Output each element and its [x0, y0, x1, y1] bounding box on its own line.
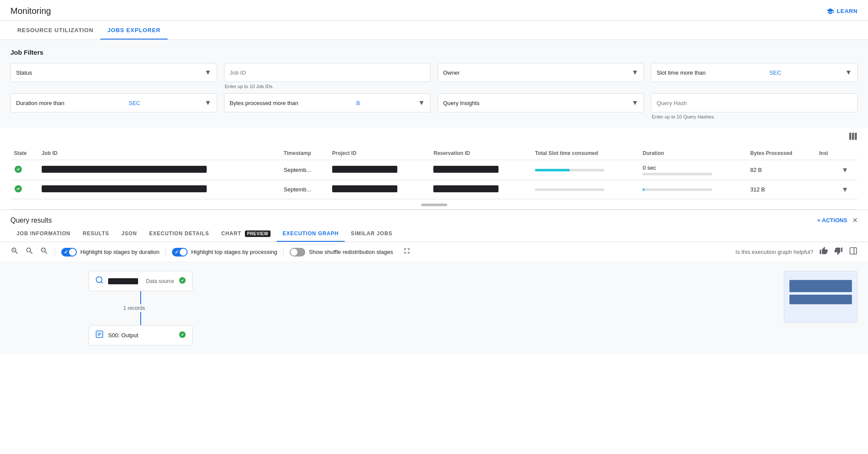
highlight-duration-label: Highlight top stages by duration: [80, 249, 159, 255]
result-tabs: JOB INFORMATION RESULTS JSON EXECUTION D…: [0, 225, 868, 242]
datasource-check-icon: [178, 276, 186, 286]
exec-toolbar: ✓ Highlight top stages by duration ✓ Hig…: [0, 242, 868, 262]
bytes-unit: B: [356, 100, 360, 106]
job-id-filter-field: Enter up to 10 Job IDs.: [224, 63, 431, 89]
row1-state: [10, 160, 38, 180]
row2-timestamp: Septemb...: [280, 180, 328, 199]
tab-resource-utilization[interactable]: RESOURCE UTILIZATION: [10, 21, 100, 39]
thumbup-button[interactable]: [819, 247, 828, 257]
filter-row-1: Status ▼ Enter up to 10 Job IDs. Owner ▼…: [10, 63, 858, 89]
query-hash-filter-field: Enter up to 10 Query Hashes.: [651, 93, 858, 119]
svg-line-8: [101, 282, 103, 283]
query-results-header: Query results + ACTIONS ×: [0, 210, 868, 225]
slot-time-unit-arrow: ▼: [845, 69, 852, 76]
learn-button[interactable]: LEARN: [826, 7, 858, 15]
row1-job-id[interactable]: [38, 160, 281, 180]
row2-bytes: 312 B: [747, 180, 816, 199]
row1-timestamp: Septemb...: [280, 160, 328, 180]
toggle-knob-2: [180, 249, 187, 256]
show-shuffle-toggle[interactable]: [290, 248, 305, 257]
tab-json[interactable]: JSON: [115, 225, 143, 242]
svg-rect-2: [855, 133, 857, 140]
helpful-text: Is this execution graph helpful?: [736, 249, 813, 255]
row1-slot-bar-fill: [535, 169, 570, 171]
job-id-input[interactable]: [230, 69, 425, 76]
tab-execution-graph[interactable]: EXECUTION GRAPH: [277, 225, 345, 242]
col-insi: Insi: [815, 147, 838, 160]
learn-label: LEARN: [837, 8, 858, 14]
row1-bytes: 82 B: [747, 160, 816, 180]
status-dropdown[interactable]: Status ▼: [10, 63, 217, 82]
owner-dropdown-arrow: ▼: [631, 69, 638, 76]
tab-similar-jobs[interactable]: SIMILAR JOBS: [345, 225, 398, 242]
toolbar-separator-2: [165, 248, 166, 257]
tab-job-information[interactable]: JOB INFORMATION: [10, 225, 76, 242]
fullscreen-button[interactable]: [403, 247, 411, 257]
actions-button[interactable]: + ACTIONS: [817, 217, 847, 224]
owner-dropdown[interactable]: Owner ▼: [438, 63, 644, 82]
status-filter-field: Status ▼: [10, 63, 217, 89]
row2-expand-icon[interactable]: ▼: [842, 186, 848, 193]
duration-input-wrapper[interactable]: Duration more than SEC ▼: [10, 93, 217, 112]
row2-duration-bar-fill: [643, 188, 644, 191]
close-button[interactable]: ×: [852, 215, 858, 225]
highlight-processing-toggle[interactable]: ✓: [172, 248, 188, 257]
duration-label: Duration more than: [16, 100, 64, 106]
output-icon: [95, 330, 104, 341]
row2-duration-bar-bg: [643, 188, 712, 191]
row2-duration: [639, 180, 747, 199]
row1-duration-bar-fill: [643, 173, 677, 175]
zoom-out-button[interactable]: [40, 247, 49, 257]
columns-icon[interactable]: [848, 132, 858, 143]
row1-duration: 0 sec: [639, 160, 747, 180]
status-label: Status: [16, 69, 32, 76]
col-expand: [838, 147, 858, 160]
toggle-check-icon-2: ✓: [175, 249, 179, 255]
thumbdown-button[interactable]: [834, 247, 843, 257]
highlight-processing-label: Highlight top stages by processing: [191, 249, 277, 255]
bytes-input-wrapper[interactable]: Bytes processed more than B ▼: [224, 93, 431, 112]
slot-time-filter-field: Slot time more than SEC ▼: [651, 63, 858, 89]
output-node[interactable]: S00: Output: [89, 325, 193, 345]
sidebar-view-button[interactable]: [849, 247, 858, 257]
col-project-id: Project ID: [329, 147, 430, 160]
row2-expand[interactable]: ▼: [838, 180, 858, 199]
row2-job-id-redacted: [42, 185, 207, 192]
connector-line-1: [140, 291, 141, 304]
tab-chart[interactable]: CHART PREVIEW: [215, 225, 277, 242]
row2-project-id: [329, 180, 430, 199]
svg-rect-5: [850, 248, 857, 254]
minimap-bar-2: [789, 295, 852, 304]
datasource-id-redacted: [108, 278, 138, 284]
query-hash-input[interactable]: [657, 100, 852, 106]
main-tabs: RESOURCE UTILIZATION JOBS EXPLORER: [0, 21, 868, 40]
col-total-slot: Total Slot time consumed: [531, 147, 639, 160]
filters-section: Job Filters Status ▼ Enter up to 10 Job …: [0, 40, 868, 128]
row1-expand-icon[interactable]: ▼: [842, 166, 848, 174]
query-insights-label: Query Insights: [443, 100, 480, 106]
row2-job-id[interactable]: [38, 180, 281, 199]
highlight-duration-toggle[interactable]: ✓: [61, 248, 77, 257]
horizontal-scrollbar[interactable]: [421, 204, 447, 206]
zoom-in-button[interactable]: [10, 247, 19, 257]
col-job-id: Job ID: [38, 147, 281, 160]
tab-jobs-explorer[interactable]: JOBS EXPLORER: [100, 21, 167, 39]
tab-results[interactable]: RESULTS: [76, 225, 115, 242]
graph-canvas: Data source 1 records S00: Output: [0, 262, 868, 354]
slot-time-input-wrapper[interactable]: Slot time more than SEC ▼: [651, 63, 858, 82]
tab-execution-details[interactable]: EXECUTION DETAILS: [143, 225, 215, 242]
query-hash-hint: Enter up to 10 Query Hashes.: [651, 114, 858, 119]
row1-duration-bar-bg: [643, 173, 712, 175]
table-scrollbar[interactable]: [10, 199, 858, 210]
graduation-icon: [826, 7, 834, 15]
filter-row-2: Duration more than SEC ▼ Bytes processed…: [10, 93, 858, 119]
datasource-node[interactable]: Data source: [89, 271, 193, 291]
duration-unit-arrow: ▼: [205, 99, 211, 107]
row1-expand[interactable]: ▼: [838, 160, 858, 180]
zoom-fit-button[interactable]: [25, 247, 34, 257]
show-shuffle-toggle-group: Show shuffle redistribution stages: [290, 248, 393, 257]
query-insights-dropdown[interactable]: Query Insights ▼: [438, 93, 644, 112]
job-id-input-wrapper: [224, 63, 431, 82]
row2-state: [10, 180, 38, 199]
app-title: Monitoring: [10, 6, 51, 16]
